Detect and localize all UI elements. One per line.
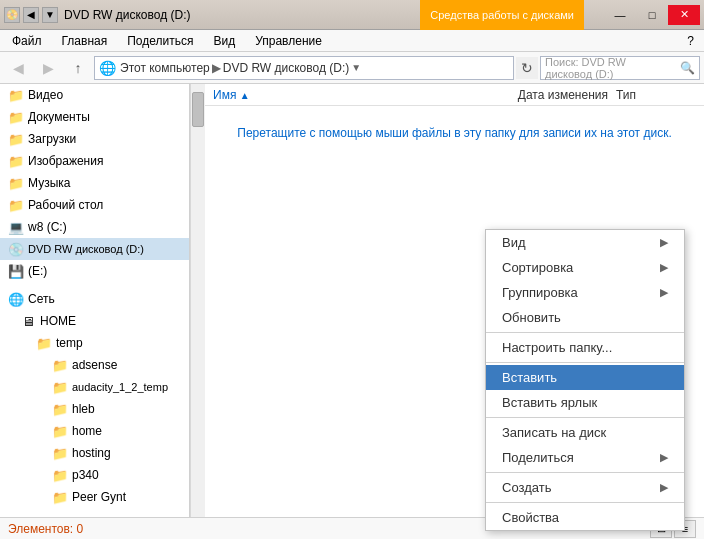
sidebar-item-downloads[interactable]: 📁 Загрузки <box>0 128 189 150</box>
window-controls[interactable]: — □ ✕ <box>604 5 700 25</box>
close-button[interactable]: ✕ <box>668 5 700 25</box>
sidebar-item-network[interactable]: 🌐 Сеть <box>0 288 189 310</box>
ctx-sort[interactable]: Сортировка ▶ <box>486 255 684 280</box>
sidebar-item-docs[interactable]: 📁 Документы <box>0 106 189 128</box>
refresh-button[interactable]: ↻ <box>516 57 538 79</box>
ctx-separator-5 <box>486 502 684 503</box>
sidebar-item-home-folder[interactable]: 📁 home <box>0 420 189 442</box>
address-globe-icon: 🌐 <box>99 60 116 76</box>
sidebar-scroll-thumb[interactable] <box>192 92 204 127</box>
sidebar-item-dvd[interactable]: 💿 DVD RW дисковод (D:) <box>0 238 189 260</box>
ctx-separator-4 <box>486 472 684 473</box>
folder-icon: 📁 <box>52 401 68 417</box>
sidebar-label-images: Изображения <box>28 154 103 168</box>
forward-button[interactable]: ▶ <box>34 55 62 81</box>
ctx-burn[interactable]: Записать на диск <box>486 420 684 445</box>
sidebar-item-home[interactable]: 🖥 HOME <box>0 310 189 332</box>
sidebar-item-adsense[interactable]: 📁 adsense <box>0 354 189 376</box>
sidebar-label-e: (E:) <box>28 264 47 278</box>
window-icon: 📀 <box>4 7 20 23</box>
sidebar-label-hosting: hosting <box>72 446 111 460</box>
ctx-separator-3 <box>486 417 684 418</box>
ctx-group[interactable]: Группировка ▶ <box>486 280 684 305</box>
folder-icon: 📁 <box>8 87 24 103</box>
ctx-arrow-icon: ▶ <box>660 286 668 299</box>
sidebar-label-c: w8 (C:) <box>28 220 67 234</box>
sidebar-item-hleb[interactable]: 📁 hleb <box>0 398 189 420</box>
crumb-computer[interactable]: Этот компьютер <box>120 61 210 75</box>
sidebar-item-music[interactable]: 📁 Музыка <box>0 172 189 194</box>
sidebar: 📁 Видео 📁 Документы 📁 Загрузки 📁 Изображ… <box>0 84 190 517</box>
ctx-view[interactable]: Вид ▶ <box>486 230 684 255</box>
menu-share[interactable]: Поделиться <box>117 30 203 52</box>
sidebar-item-video[interactable]: 📁 Видео <box>0 84 189 106</box>
drive-icon: 💻 <box>8 219 24 235</box>
crumb-dropdown-icon[interactable]: ▼ <box>351 62 361 73</box>
folder-icon: 📁 <box>52 489 68 505</box>
folder-icon: 📁 <box>36 335 52 351</box>
ctx-paste-shortcut[interactable]: Вставить ярлык <box>486 390 684 415</box>
sidebar-label-docs: Документы <box>28 110 90 124</box>
quick-access-icon: ◀ <box>23 7 39 23</box>
back-button[interactable]: ◀ <box>4 55 32 81</box>
crumb-dvd[interactable]: DVD RW дисковод (D:) <box>223 61 350 75</box>
sidebar-item-temp[interactable]: 📁 temp <box>0 332 189 354</box>
help-button[interactable]: ? <box>679 30 702 52</box>
ctx-separator-1 <box>486 332 684 333</box>
col-type-header[interactable]: Тип <box>616 88 696 102</box>
content-header: Имя ▲ Дата изменения Тип <box>205 84 704 106</box>
folder-icon: 📁 <box>52 423 68 439</box>
folder-icon: 📁 <box>52 445 68 461</box>
minimize-button[interactable]: — <box>604 5 636 25</box>
ctx-paste[interactable]: Вставить <box>486 365 684 390</box>
ctx-customize[interactable]: Настроить папку... <box>486 335 684 360</box>
sidebar-item-desktop[interactable]: 📁 Рабочий стол <box>0 194 189 216</box>
ctx-new[interactable]: Создать ▶ <box>486 475 684 500</box>
dvd-icon: 💿 <box>8 241 24 257</box>
sidebar-label-audacity: audacity_1_2_temp <box>72 381 168 393</box>
title-bar-icons: 📀 ◀ ▼ <box>4 7 58 23</box>
ctx-refresh[interactable]: Обновить <box>486 305 684 330</box>
sidebar-item-audacity[interactable]: 📁 audacity_1_2_temp <box>0 376 189 398</box>
menu-home[interactable]: Главная <box>52 30 118 52</box>
address-bar[interactable]: 🌐 Этот компьютер ▶ DVD RW дисковод (D:) … <box>94 56 514 80</box>
sidebar-label-hleb: hleb <box>72 402 95 416</box>
context-menu: Вид ▶ Сортировка ▶ Группировка ▶ Обновит… <box>485 229 685 531</box>
sidebar-label-network: Сеть <box>28 292 55 306</box>
disk-tools-tab: Средства работы с дисками <box>420 0 584 30</box>
menu-manage[interactable]: Управление <box>245 30 332 52</box>
ctx-share[interactable]: Поделиться ▶ <box>486 445 684 470</box>
drive-e-icon: 💾 <box>8 263 24 279</box>
sidebar-item-c-drive[interactable]: 💻 w8 (C:) <box>0 216 189 238</box>
col-name-header[interactable]: Имя ▲ <box>213 88 456 102</box>
network-icon: 🌐 <box>8 291 24 307</box>
sidebar-item-p340[interactable]: 📁 p340 <box>0 464 189 486</box>
sidebar-item-hosting[interactable]: 📁 hosting <box>0 442 189 464</box>
crumb-sep-1: ▶ <box>212 61 221 75</box>
search-bar[interactable]: Поиск: DVD RW дисковод (D:) 🔍 <box>540 56 700 80</box>
search-placeholder: Поиск: DVD RW дисковод (D:) <box>545 56 676 80</box>
folder-icon: 📁 <box>8 109 24 125</box>
menu-view[interactable]: Вид <box>203 30 245 52</box>
sidebar-item-e-drive[interactable]: 💾 (E:) <box>0 260 189 282</box>
col-date-header[interactable]: Дата изменения <box>456 88 616 102</box>
ctx-separator-2 <box>486 362 684 363</box>
elements-label: Элементов: 0 <box>8 522 83 536</box>
sidebar-label-downloads: Загрузки <box>28 132 76 146</box>
sidebar-item-images[interactable]: 📁 Изображения <box>0 150 189 172</box>
folder-icon: 📁 <box>52 467 68 483</box>
toolbar: ◀ ▶ ↑ 🌐 Этот компьютер ▶ DVD RW дисковод… <box>0 52 704 84</box>
search-icon[interactable]: 🔍 <box>680 61 695 75</box>
menu-file[interactable]: Файл <box>2 30 52 52</box>
sidebar-label-home: HOME <box>40 314 76 328</box>
ctx-properties[interactable]: Свойства <box>486 505 684 530</box>
sidebar-item-peer-gynt[interactable]: 📁 Peer Gynt <box>0 486 189 508</box>
maximize-button[interactable]: □ <box>636 5 668 25</box>
sidebar-label-home-folder: home <box>72 424 102 438</box>
sort-arrow-icon: ▲ <box>240 90 250 101</box>
sidebar-label-adsense: adsense <box>72 358 117 372</box>
up-button[interactable]: ↑ <box>64 55 92 81</box>
menu-icon: ▼ <box>42 7 58 23</box>
sidebar-scrollbar[interactable] <box>190 84 205 517</box>
sidebar-label-temp: temp <box>56 336 83 350</box>
